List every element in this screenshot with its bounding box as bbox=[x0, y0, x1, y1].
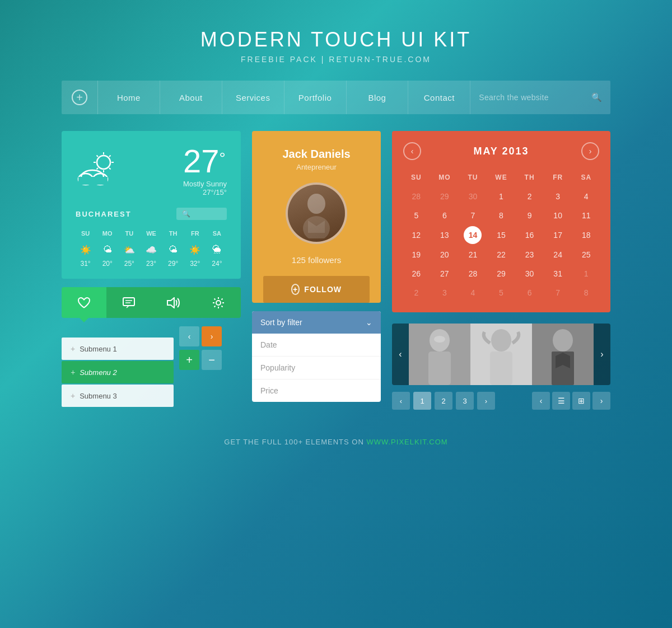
middle-column: Jack Daniels Antepreneur 125 followers bbox=[252, 131, 381, 402]
weather-search-box[interactable]: 🔍 bbox=[176, 208, 227, 220]
weather-temp-th: 29° bbox=[164, 260, 183, 268]
pagination-next-button[interactable]: › bbox=[477, 392, 495, 410]
cal-day-cell[interactable]: 30 bbox=[516, 265, 543, 282]
weather-temp-we: 23° bbox=[141, 260, 161, 268]
cal-day-cell[interactable]: 29 bbox=[432, 188, 458, 205]
cal-day-cell[interactable]: 7 bbox=[460, 207, 486, 224]
cal-day-cell[interactable]: 11 bbox=[573, 207, 599, 224]
weather-day-label-th: TH bbox=[164, 230, 183, 237]
cal-day-cell[interactable]: 30 bbox=[460, 188, 486, 205]
nav-plus-button[interactable]: + bbox=[62, 81, 98, 114]
slider-next-button[interactable]: › bbox=[594, 324, 610, 385]
cal-day-cell[interactable]: 4 bbox=[460, 284, 486, 301]
cal-day-cell[interactable]: 28 bbox=[403, 188, 430, 205]
submenu-item-1[interactable]: + Submenu 1 bbox=[62, 338, 174, 360]
prev-arrow-button[interactable]: ‹ bbox=[179, 326, 199, 346]
cal-day-cell[interactable]: 9 bbox=[516, 207, 543, 224]
cal-day-cell[interactable]: 26 bbox=[403, 265, 430, 282]
search-container: 🔍 bbox=[470, 81, 610, 114]
view-list-button[interactable]: ☰ bbox=[552, 392, 570, 410]
nav-item-contact[interactable]: Contact bbox=[408, 81, 470, 114]
sort-option-date[interactable]: Date bbox=[252, 334, 381, 357]
calendar-prev-button[interactable]: ‹ bbox=[403, 142, 421, 160]
cal-day-cell[interactable]: 7 bbox=[545, 284, 571, 301]
cal-day-cell[interactable]: 24 bbox=[545, 246, 571, 263]
tab-heart[interactable] bbox=[62, 287, 106, 318]
cal-day-cell[interactable]: 2 bbox=[403, 284, 430, 301]
cal-day-cell[interactable]: 6 bbox=[432, 207, 458, 224]
next-arrow-button[interactable]: › bbox=[202, 326, 222, 346]
submenu-label-2: Submenu 2 bbox=[80, 368, 117, 377]
cal-day-cell[interactable]: 27 bbox=[432, 265, 458, 282]
cal-day-cell[interactable]: 1 bbox=[488, 188, 515, 205]
cal-day-cell[interactable]: 23 bbox=[516, 246, 543, 263]
sort-option-price[interactable]: Price bbox=[252, 379, 381, 402]
cal-day-cell[interactable]: 18 bbox=[573, 226, 599, 244]
tab-volume[interactable] bbox=[151, 287, 196, 318]
pagination-prev-button[interactable]: ‹ bbox=[392, 392, 410, 410]
cal-day-cell[interactable]: 22 bbox=[488, 246, 515, 263]
nav-item-blog[interactable]: Blog bbox=[347, 81, 409, 114]
cal-day-cell[interactable]: 3 bbox=[432, 284, 458, 301]
cal-day-cell[interactable]: 25 bbox=[573, 246, 599, 263]
view-grid-button[interactable]: ⊞ bbox=[572, 392, 590, 410]
cal-day-cell[interactable]: 13 bbox=[432, 226, 458, 244]
pagination-page-1[interactable]: 1 bbox=[413, 392, 431, 410]
cal-day-cell[interactable]: 20 bbox=[432, 246, 458, 263]
weather-icon-sa: 🌦 bbox=[207, 245, 227, 255]
cal-day-cell[interactable]: 8 bbox=[573, 284, 599, 301]
calendar-next-button[interactable]: › bbox=[581, 142, 599, 160]
tab-chat[interactable] bbox=[106, 287, 151, 318]
cal-day-cell[interactable]: 3 bbox=[545, 188, 571, 205]
sort-filter-header[interactable]: Sort by filter ⌄ bbox=[252, 311, 381, 334]
stepper-plus-button[interactable]: + bbox=[179, 350, 199, 370]
profile-followers-count: 125 followers bbox=[292, 255, 341, 265]
submenu-item-3[interactable]: + Submenu 3 bbox=[62, 385, 174, 407]
image-slider: ‹ bbox=[392, 324, 610, 385]
cal-day-cell[interactable]: 29 bbox=[488, 265, 515, 282]
svg-point-17 bbox=[216, 301, 221, 305]
footer-link[interactable]: WWW.PIXELKIT.COM bbox=[366, 438, 447, 446]
nav-item-services[interactable]: Services bbox=[222, 81, 284, 114]
nav-item-home[interactable]: Home bbox=[98, 81, 160, 114]
search-icon[interactable]: 🔍 bbox=[591, 92, 602, 102]
slider-prev-button[interactable]: ‹ bbox=[392, 324, 409, 385]
weather-icon-th: 🌤 bbox=[164, 245, 183, 255]
cal-day-cell[interactable]: 1 bbox=[573, 265, 599, 282]
cal-day-cell[interactable]: 2 bbox=[516, 188, 543, 205]
cal-day-cell[interactable]: 12 bbox=[403, 226, 430, 244]
pagination-page-3[interactable]: 3 bbox=[456, 392, 474, 410]
navigation: + Home About Services Portfolio Blog Con… bbox=[62, 81, 610, 114]
cal-day-cell[interactable]: 31 bbox=[545, 265, 571, 282]
stepper-minus-button[interactable]: − bbox=[202, 350, 222, 370]
submenu-item-2[interactable]: + Submenu 2 bbox=[62, 361, 174, 383]
cal-day-cell[interactable]: 5 bbox=[403, 207, 430, 224]
sort-option-popularity[interactable]: Popularity bbox=[252, 357, 381, 379]
cal-day-cell[interactable]: 5 bbox=[488, 284, 515, 301]
cal-day-cell-today[interactable]: 14 bbox=[460, 226, 486, 244]
weather-icon-fr: ☀️ bbox=[185, 245, 205, 255]
cal-day-cell[interactable]: 28 bbox=[460, 265, 486, 282]
cal-day-cell[interactable]: 10 bbox=[545, 207, 571, 224]
pagination-page-2[interactable]: 2 bbox=[435, 392, 452, 410]
cal-day-cell[interactable]: 21 bbox=[460, 246, 486, 263]
follow-button[interactable]: + FOLLOW bbox=[263, 276, 370, 303]
view-next-button[interactable]: › bbox=[592, 392, 610, 410]
nav-item-portfolio[interactable]: Portfolio bbox=[284, 81, 347, 114]
cal-day-cell[interactable]: 6 bbox=[516, 284, 543, 301]
stepper-row: + − bbox=[179, 350, 222, 370]
cal-day-cell[interactable]: 4 bbox=[573, 188, 599, 205]
weather-temp-tu: 25° bbox=[119, 260, 139, 268]
cal-day-cell[interactable]: 17 bbox=[545, 226, 571, 244]
cal-day-cell[interactable]: 15 bbox=[488, 226, 515, 244]
view-prev-button[interactable]: ‹ bbox=[532, 392, 550, 410]
tab-settings[interactable] bbox=[196, 287, 241, 318]
cal-day-cell[interactable]: 8 bbox=[488, 207, 515, 224]
nav-item-about[interactable]: About bbox=[160, 81, 222, 114]
search-input[interactable] bbox=[479, 93, 587, 102]
weather-icon-tu: ⛅ bbox=[119, 245, 139, 255]
cal-day-cell[interactable]: 16 bbox=[516, 226, 543, 244]
svg-rect-13 bbox=[123, 298, 134, 306]
weather-day-label-su: SU bbox=[76, 230, 95, 237]
cal-day-cell[interactable]: 19 bbox=[403, 246, 430, 263]
